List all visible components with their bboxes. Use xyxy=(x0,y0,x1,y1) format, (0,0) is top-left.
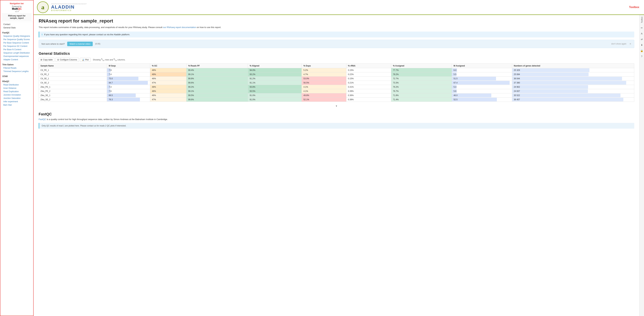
cell-pct-gc: 47% xyxy=(150,80,186,85)
cell-pct-rrna: 0.21% xyxy=(346,80,391,85)
doc-link[interactable]: our RNAseq report documentation xyxy=(163,26,196,28)
cell-m-assigned: 52.5 xyxy=(452,98,512,102)
sidebar-powered-label: Powered by xyxy=(2,5,32,8)
table-row: Zika_SE_1 66.5 46% 99.5% 91.0% 49.8% 0.3… xyxy=(39,93,634,98)
toolbox-pin-icon[interactable]: ✏ xyxy=(640,26,644,30)
copy-table-button[interactable]: ⊞ Copy table xyxy=(39,58,54,62)
sidebar-item-read-duplication[interactable]: Read Duplication xyxy=(0,90,33,93)
cell-m-seqs: 7.4 xyxy=(107,85,150,89)
sidebar-item-per-seq-gc[interactable]: Per Sequence GC Content xyxy=(0,44,33,48)
cell-pct-rrna: 0.41% xyxy=(346,85,391,89)
cell-pct-dups: 49.8% xyxy=(302,93,346,98)
th-m-assigned: M Assigned xyxy=(452,64,512,68)
sidebar-section-star: STAR xyxy=(0,74,33,79)
sidebar-item-seq-quality-hist[interactable]: Sequence Quality Histograms xyxy=(0,34,33,38)
info-icon: ℹ xyxy=(42,33,42,36)
cell-pct-rrna: 0.15% xyxy=(346,68,391,72)
sidebar-section-rseqc-header: RSeQC xyxy=(0,80,33,83)
cell-m-assigned: 46.0 xyxy=(452,93,512,98)
tutorial-close-icon[interactable]: ✕ xyxy=(630,42,632,45)
sidebar-section-fastqc: FastQC Sequence Quality Histograms Per S… xyxy=(0,30,33,62)
cell-num-genes: 24 837 xyxy=(512,89,634,93)
table-row: Ctl_SE_2 94.7 47% 99.6% 91.1% 56.5% 0.21… xyxy=(39,80,634,85)
cell-pct-gc: 46% xyxy=(150,93,186,98)
toolbox-help-icon[interactable]: ? xyxy=(640,54,644,58)
sidebar-item-per-base-seq-content[interactable]: Per Base Sequence Content xyxy=(0,41,33,44)
th-pct-reads-pf: % Reads PF xyxy=(186,64,248,68)
cell-m-assigned: 67.4 xyxy=(452,80,512,85)
plot-icon: 📊 xyxy=(82,58,84,61)
cell-pct-rrna: 0.36% xyxy=(346,93,391,98)
sidebar-report-title: RNAseq report for sample_report xyxy=(2,14,32,20)
sidebar-item-infer-experiment[interactable]: Infer experiment xyxy=(0,100,33,103)
cell-pct-aligned: 91.1% xyxy=(248,80,302,85)
collapse-arrow[interactable]: ▼ xyxy=(39,104,634,109)
plot-button[interactable]: 📊 Plot xyxy=(80,58,90,62)
sidebar-item-trimmed-seq-lengths[interactable]: Trimmed Sequence Lengths xyxy=(0,70,33,73)
toolbox-text-icon[interactable]: A xyxy=(640,32,644,36)
columns-icon: ⊟ xyxy=(57,58,59,61)
th-pct-gc: % GC xyxy=(150,64,186,68)
sidebar-item-bam-stat[interactable]: Bam Stat xyxy=(0,103,33,106)
cell-pct-aligned: 91.2% xyxy=(248,76,302,80)
sidebar-item-filtered-reads[interactable]: Filtered Reads xyxy=(0,66,33,70)
toolbox-panel-label[interactable]: Toolbox xyxy=(640,16,643,24)
cell-sample-name: Ctl_PE_2 xyxy=(39,72,107,76)
configure-columns-button[interactable]: ⊟ Configure Columns xyxy=(56,58,79,62)
fastqc-description: FastQC is a quality control tool for hig… xyxy=(39,118,634,121)
sidebar-item-inner-distance[interactable]: Inner Distance xyxy=(0,86,33,90)
cell-sample-name: Ctl_PE_1 xyxy=(39,68,107,72)
sidebar-item-junction-annotation[interactable]: Junction Annotation xyxy=(0,93,33,96)
sidebar-item-per-seq-quality[interactable]: Per Sequence Quality Scores xyxy=(0,38,33,41)
sidebar-section-trim-galore: Trim Galore Filtered Reads Trimmed Seque… xyxy=(0,62,33,74)
cell-num-genes: 35 522 xyxy=(512,93,634,98)
cell-pct-assigned: 77.7% xyxy=(391,68,452,72)
cell-pct-rrna: 0.15% xyxy=(346,76,391,80)
table-row: Zika_PE_2 7.6 48% 99.1% 93.5% 4.1% 0.39%… xyxy=(39,89,634,93)
toolbox-header-label: Toolbox xyxy=(629,6,639,9)
sidebar-item-read-distribution[interactable]: Read Distribution xyxy=(0,83,33,86)
cell-m-seqs: 76.3 xyxy=(107,98,150,102)
sidebar-item-general-stats[interactable]: General Stats xyxy=(0,26,33,30)
cell-pct-dups: 5.2% xyxy=(302,68,346,72)
stats-toolbar: ⊞ Copy table ⊟ Configure Columns 📊 Plot … xyxy=(39,58,634,62)
cell-num-genes: 36 044 xyxy=(512,76,634,80)
cell-pct-assigned: 72.7% xyxy=(391,76,452,80)
sidebar-section-fastqc-header: FastQC xyxy=(0,31,33,34)
toolbox-filter-icon[interactable]: ⇄ xyxy=(640,38,644,41)
page-title: RNAseq report for sample_report xyxy=(39,18,634,24)
sidebar-item-contact[interactable]: Contact xyxy=(0,23,33,26)
logo-bioinformatics: BIOINFORMATICS xyxy=(51,10,87,12)
sidebar-section-star-header: STAR xyxy=(0,74,33,78)
cell-pct-assigned: 71.4% xyxy=(391,98,452,102)
th-pct-dups: % Dups xyxy=(302,64,346,68)
tutorial-box: Not sure where to start? Watch a tutoria… xyxy=(39,40,634,48)
cell-pct-dups: 4.1% xyxy=(302,85,346,89)
fastqc-link[interactable]: FastQC xyxy=(39,118,46,120)
cell-num-genes: 37 390 xyxy=(512,80,634,85)
tutorial-video-button[interactable]: Watch a tutorial video xyxy=(67,42,93,46)
sidebar-item-per-base-n[interactable]: Per Base N Content xyxy=(0,48,33,51)
sidebar-item-adapter-content[interactable]: Adapter Content xyxy=(0,58,33,61)
cell-pct-reads-pf: 99.6% xyxy=(186,80,248,85)
fastqc-desc-text: is a quality control tool for high throu… xyxy=(47,118,168,120)
cell-num-genes: 25 084 xyxy=(512,72,634,76)
cell-pct-aligned: 94.0% xyxy=(248,68,302,72)
cell-pct-reads-pf: 99.1% xyxy=(186,89,248,93)
toolbox-lock-icon[interactable]: 🔒 xyxy=(640,49,644,52)
table-row: Zika_PE_1 7.4 48% 99.2% 93.8% 4.1% 0.41%… xyxy=(39,85,634,89)
tutorial-prompt: Not sure where to start? xyxy=(42,43,65,45)
sidebar-item-seq-length-dist[interactable]: Sequence Length Distribution xyxy=(0,51,33,54)
app-header: a AGCTCTGTGTATGCGACAGCGCAGAGCGT ALADDIN … xyxy=(34,0,644,15)
cell-num-genes: 24 902 xyxy=(512,85,634,89)
tutorial-dont-show[interactable]: don't show again xyxy=(611,43,626,45)
sidebar-item-overrepresented[interactable]: Overrepresented sequences xyxy=(0,54,33,58)
info-message: If you have any question regarding this … xyxy=(44,33,130,36)
copy-icon: ⊞ xyxy=(40,58,42,61)
cell-pct-reads-pf: 99.5% xyxy=(186,93,248,98)
cell-num-genes: 25 329 xyxy=(512,68,634,72)
toolbox-download-icon[interactable]: ⬇ xyxy=(640,43,644,47)
cell-m-seqs: 7.4 xyxy=(107,72,150,76)
sidebar-item-junction-saturation[interactable]: Junction Saturation xyxy=(0,96,33,100)
logo-aladdin: ALADDIN xyxy=(51,5,87,10)
